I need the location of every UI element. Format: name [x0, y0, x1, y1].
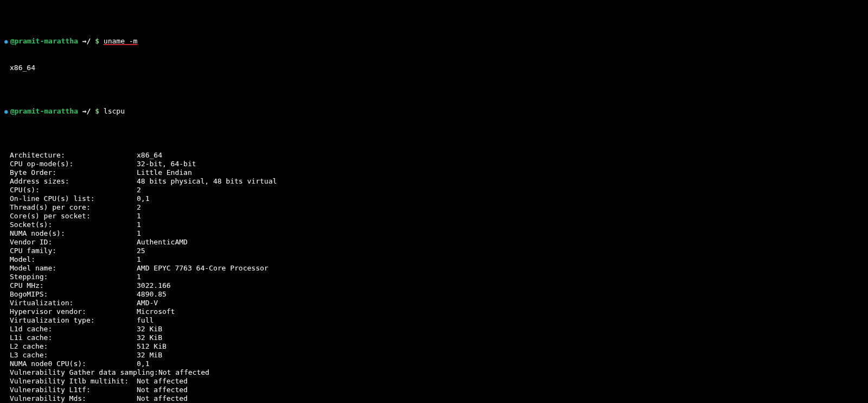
prompt-user: @pramit-marattha — [10, 107, 78, 116]
lscpu-value: Microsoft — [137, 307, 864, 316]
lscpu-key: CPU family: — [10, 247, 137, 255]
lscpu-row: BogoMIPS:4890.85 — [4, 290, 864, 299]
lscpu-value: 2 — [137, 186, 864, 194]
lscpu-row: Virtualization:AMD-V — [4, 299, 864, 307]
lscpu-row: Thread(s) per core:2 — [4, 203, 864, 212]
lscpu-key: Architecture: — [10, 151, 137, 160]
prompt-dollar: $ — [95, 37, 99, 46]
lscpu-value: full — [137, 316, 864, 325]
lscpu-row: L1d cache:32 KiB — [4, 325, 864, 333]
prompt-dollar: $ — [95, 107, 99, 116]
lscpu-value: 0,1 — [137, 194, 864, 203]
lscpu-key: L1d cache: — [10, 325, 137, 333]
lscpu-value: 4890.85 — [137, 290, 864, 299]
lscpu-key: L2 cache: — [10, 342, 137, 351]
lscpu-row: Model name:AMD EPYC 7763 64-Core Process… — [4, 264, 864, 273]
lscpu-key: Model: — [10, 255, 137, 264]
lscpu-row: L2 cache:512 KiB — [4, 342, 864, 351]
lscpu-key: CPU op-mode(s): — [10, 160, 137, 168]
lscpu-row: CPU MHz:3022.166 — [4, 281, 864, 290]
lscpu-row: Vulnerability Gather data sampling:Not a… — [4, 368, 864, 377]
lscpu-row: Address sizes:48 bits physical, 48 bits … — [4, 177, 864, 186]
lscpu-value: 1 — [137, 255, 864, 264]
lscpu-row: Byte Order:Little Endian — [4, 168, 864, 177]
lscpu-key: On-line CPU(s) list: — [10, 194, 137, 203]
lscpu-value: 32-bit, 64-bit — [137, 160, 864, 168]
lscpu-value: Not affected — [137, 394, 864, 403]
lscpu-output: Architecture:x86_64CPU op-mode(s):32-bit… — [4, 151, 864, 403]
lscpu-key: CPU(s): — [10, 186, 137, 194]
lscpu-row: Vendor ID:AuthenticAMD — [4, 238, 864, 247]
lscpu-value: AMD EPYC 7763 64-Core Processor — [137, 264, 864, 273]
lscpu-key: NUMA node(s): — [10, 229, 137, 238]
lscpu-value: 1 — [137, 212, 864, 221]
lscpu-row: Architecture:x86_64 — [4, 151, 864, 160]
command-lscpu: lscpu — [104, 107, 125, 116]
lscpu-key: Thread(s) per core: — [10, 203, 137, 212]
lscpu-value: AuthenticAMD — [137, 238, 864, 247]
lscpu-row: CPU op-mode(s):32-bit, 64-bit — [4, 160, 864, 168]
lscpu-row: Vulnerability Itlb multihit:Not affected — [4, 377, 864, 386]
lscpu-row: CPU(s):2 — [4, 186, 864, 194]
lscpu-row: NUMA node(s):1 — [4, 229, 864, 238]
uname-output: x86_64 — [4, 64, 864, 72]
lscpu-row: Vulnerability Mds:Not affected — [4, 394, 864, 403]
lscpu-row: Vulnerability L1tf:Not affected — [4, 386, 864, 394]
lscpu-key: Model name: — [10, 264, 137, 273]
lscpu-row: Socket(s):1 — [4, 221, 864, 229]
prompt-bullet-icon: ● — [4, 37, 10, 46]
lscpu-row: Stepping:1 — [4, 273, 864, 281]
lscpu-value: 32 MiB — [137, 351, 864, 360]
lscpu-key: Virtualization type: — [10, 316, 137, 325]
lscpu-key: Socket(s): — [10, 221, 137, 229]
lscpu-value: 48 bits physical, 48 bits virtual — [137, 177, 864, 186]
prompt-arrow-icon: →/ — [82, 37, 91, 46]
lscpu-value: x86_64 — [137, 151, 864, 160]
lscpu-value: 32 KiB — [137, 333, 864, 342]
lscpu-row: L1i cache:32 KiB — [4, 333, 864, 342]
lscpu-row: L3 cache:32 MiB — [4, 351, 864, 360]
lscpu-key: Vulnerability Mds: — [10, 394, 137, 403]
lscpu-value: 2 — [137, 203, 864, 212]
lscpu-key: L3 cache: — [10, 351, 137, 360]
terminal-output[interactable]: ● @pramit-marattha →/ $ uname -m x86_64 … — [0, 0, 868, 403]
lscpu-value: 1 — [137, 221, 864, 229]
lscpu-key: Vulnerability Itlb multihit: — [10, 377, 137, 386]
lscpu-value: 3022.166 — [137, 281, 864, 290]
lscpu-key: Stepping: — [10, 273, 137, 281]
prompt-arrow-icon: →/ — [82, 107, 91, 116]
lscpu-value: 1 — [137, 273, 864, 281]
lscpu-key: Vulnerability Gather data sampling: — [10, 368, 158, 377]
lscpu-key: NUMA node0 CPU(s): — [10, 360, 137, 368]
lscpu-value: 512 KiB — [137, 342, 864, 351]
lscpu-row: Core(s) per socket:1 — [4, 212, 864, 221]
lscpu-row: CPU family:25 — [4, 247, 864, 255]
shell-prompt-2: ● @pramit-marattha →/ $ lscpu — [4, 107, 864, 116]
lscpu-row: On-line CPU(s) list:0,1 — [4, 194, 864, 203]
lscpu-key: Byte Order: — [10, 168, 137, 177]
lscpu-row: NUMA node0 CPU(s):0,1 — [4, 360, 864, 368]
lscpu-value: 32 KiB — [137, 325, 864, 333]
lscpu-value: 0,1 — [137, 360, 864, 368]
lscpu-value: Not affected — [158, 368, 864, 377]
lscpu-value: 25 — [137, 247, 864, 255]
lscpu-row: Hypervisor vendor:Microsoft — [4, 307, 864, 316]
lscpu-key: Core(s) per socket: — [10, 212, 137, 221]
lscpu-key: Hypervisor vendor: — [10, 307, 137, 316]
lscpu-key: CPU MHz: — [10, 281, 137, 290]
lscpu-value: Little Endian — [137, 168, 864, 177]
lscpu-key: BogoMIPS: — [10, 290, 137, 299]
command-uname: uname -m — [104, 37, 138, 46]
lscpu-key: L1i cache: — [10, 333, 137, 342]
lscpu-value: AMD-V — [137, 299, 864, 307]
lscpu-value: Not affected — [137, 377, 864, 386]
lscpu-key: Vendor ID: — [10, 238, 137, 247]
lscpu-key: Virtualization: — [10, 299, 137, 307]
lscpu-value: 1 — [137, 229, 864, 238]
lscpu-row: Virtualization type:full — [4, 316, 864, 325]
lscpu-row: Model:1 — [4, 255, 864, 264]
prompt-user: @pramit-marattha — [10, 37, 78, 46]
shell-prompt-1: ● @pramit-marattha →/ $ uname -m — [4, 37, 864, 46]
lscpu-value: Not affected — [137, 386, 864, 394]
lscpu-key: Vulnerability L1tf: — [10, 386, 137, 394]
